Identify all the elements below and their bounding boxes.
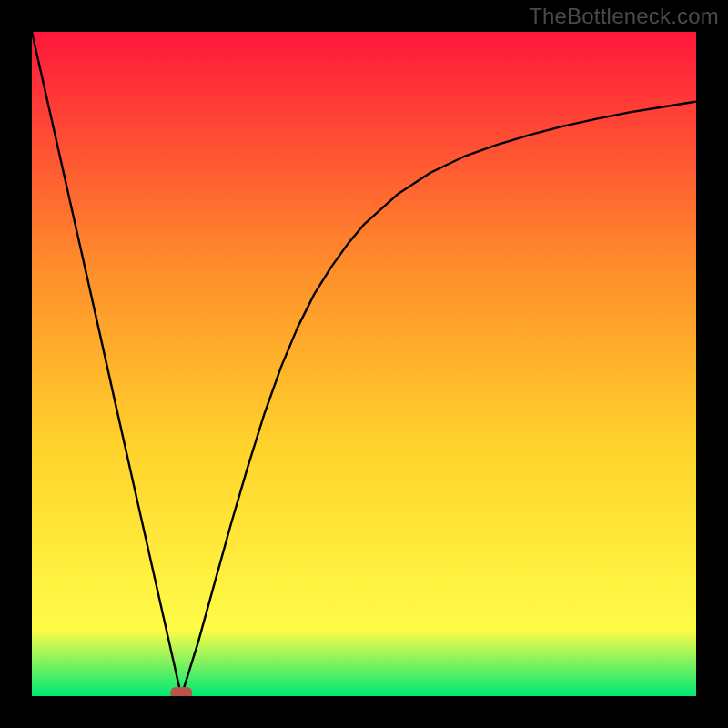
plot-area [32,32,696,696]
minimum-marker [170,687,192,696]
gradient-background [32,32,696,696]
chart-stage: TheBottleneck.com [0,0,728,728]
watermark-text: TheBottleneck.com [529,4,719,29]
chart-svg [32,32,696,696]
